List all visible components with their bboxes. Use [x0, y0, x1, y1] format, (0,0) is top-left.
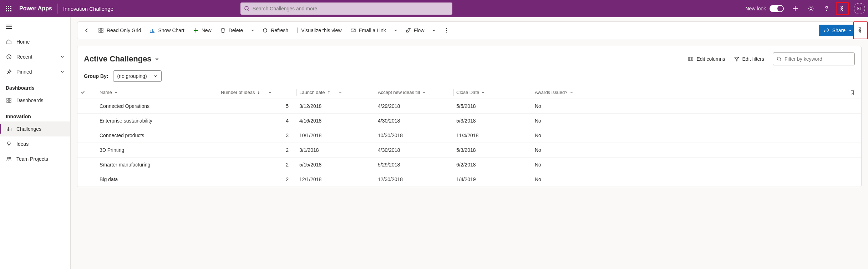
row-select[interactable]: [77, 172, 97, 187]
keyword-filter[interactable]: [773, 53, 855, 65]
email-split-button[interactable]: [390, 28, 401, 33]
table-row[interactable]: 3D Printing23/1/20184/30/20185/3/2018No: [77, 143, 861, 158]
global-search-input[interactable]: [253, 6, 449, 11]
view-selector[interactable]: Active Challenges: [84, 54, 159, 64]
row-select[interactable]: [77, 158, 97, 172]
copilot-icon: [857, 26, 864, 34]
add-button[interactable]: [789, 2, 802, 15]
show-chart-button[interactable]: Show Chart: [145, 24, 188, 36]
col-ideas-header[interactable]: Number of ideas: [221, 90, 294, 95]
search-icon: [777, 56, 782, 61]
sidebar-item-recent[interactable]: Recent: [0, 49, 70, 64]
sidebar-item-challenges[interactable]: Challenges: [0, 121, 70, 136]
col-close-header[interactable]: Close Date: [456, 90, 529, 95]
svg-rect-13: [101, 28, 103, 30]
svg-point-11: [9, 157, 11, 159]
email-link-button[interactable]: Email a Link: [346, 24, 390, 36]
help-button[interactable]: [820, 2, 833, 15]
cell-name: Enterprise sustainability: [97, 114, 218, 128]
table-row[interactable]: Big data212/1/201812/30/20181/4/2019No: [77, 172, 861, 187]
cell-launch: 4/16/2018: [296, 114, 375, 128]
sidebar-section-dashboards: Dashboards: [0, 79, 70, 93]
group-by-select[interactable]: (no grouping): [113, 70, 161, 82]
grid-icon: [98, 28, 104, 33]
sidebar-item-label: Recent: [16, 54, 32, 60]
cell-launch: 12/1/2018: [296, 172, 375, 187]
edit-filters-button[interactable]: Edit filters: [734, 56, 764, 62]
table-row[interactable]: Enterprise sustainability44/16/20184/30/…: [77, 114, 861, 128]
overflow-menu-button[interactable]: [439, 24, 453, 36]
cell-awards: No: [532, 158, 847, 172]
team-icon: [6, 156, 12, 162]
pin-column-header[interactable]: [847, 86, 861, 99]
keyword-filter-input[interactable]: [785, 56, 851, 62]
table-row[interactable]: Smarter manufacturing25/15/20185/29/2018…: [77, 158, 861, 172]
cell-launch: 10/1/2018: [296, 128, 375, 143]
cell-launch: 3/12/2018: [296, 99, 375, 114]
table-row[interactable]: Connected Operations53/12/20184/29/20185…: [77, 99, 861, 114]
global-search[interactable]: [240, 3, 452, 15]
col-awards-header[interactable]: Awards issued?: [535, 90, 844, 95]
col-name-header[interactable]: Name: [100, 90, 215, 95]
visualize-button[interactable]: Visualize this view: [293, 24, 346, 36]
back-button[interactable]: [80, 24, 94, 36]
row-select[interactable]: [77, 143, 97, 158]
row-select[interactable]: [77, 128, 97, 143]
cell-awards: No: [532, 128, 847, 143]
row-select[interactable]: [77, 114, 97, 128]
share-button[interactable]: Share: [819, 25, 857, 36]
idea-icon: [6, 141, 12, 147]
svg-rect-21: [690, 57, 691, 61]
svg-line-24: [780, 60, 782, 61]
sidebar-item-team-projects[interactable]: Team Projects: [0, 151, 70, 166]
svg-point-23: [777, 57, 781, 60]
cell-close: 5/5/2018: [453, 99, 532, 114]
cmd-label: New: [202, 28, 212, 33]
col-accept-header[interactable]: Accept new ideas till: [378, 90, 451, 95]
sidebar-item-dashboards[interactable]: Dashboards: [0, 93, 70, 108]
copilot-icon: [839, 5, 846, 12]
flow-icon: [405, 28, 411, 33]
cell-name: Connected Operations: [97, 99, 218, 114]
select-all-header[interactable]: [77, 86, 97, 99]
copilot-header-button[interactable]: [836, 2, 849, 15]
flow-button[interactable]: Flow: [401, 24, 429, 36]
delete-split-button[interactable]: [247, 28, 258, 33]
table-row[interactable]: Connected products310/1/201810/30/201811…: [77, 128, 861, 143]
copilot-pane-button[interactable]: [853, 21, 868, 39]
col-launch-header[interactable]: Launch date: [299, 90, 372, 95]
row-select[interactable]: [77, 99, 97, 114]
sidebar-item-pinned[interactable]: Pinned: [0, 64, 70, 79]
chart-icon: [149, 28, 155, 33]
cell-ideas: 2: [218, 172, 296, 187]
chevron-down-icon: [481, 91, 485, 94]
sidebar-item-label: Dashboards: [16, 98, 44, 103]
waffle-icon: [6, 6, 11, 11]
cell-accept: 4/30/2018: [375, 143, 453, 158]
flow-split-button[interactable]: [428, 28, 439, 33]
new-look-toggle[interactable]: [770, 5, 784, 12]
refresh-button[interactable]: Refresh: [258, 24, 293, 36]
cell-close: 1/4/2019: [453, 172, 532, 187]
cmd-label: Refresh: [271, 28, 288, 33]
cmd-label: Delete: [229, 28, 243, 33]
edit-columns-button[interactable]: Edit columns: [688, 56, 725, 62]
search-icon: [244, 6, 250, 11]
new-button[interactable]: New: [189, 24, 216, 36]
app-launcher-button[interactable]: [0, 0, 17, 17]
readonly-grid-button[interactable]: Read Only Grid: [94, 24, 145, 36]
delete-button[interactable]: Delete: [216, 24, 247, 36]
sidebar-collapse-button[interactable]: [0, 21, 70, 34]
new-look-toggle-group: New look: [743, 5, 786, 12]
chevron-down-icon: [60, 55, 65, 59]
svg-rect-7: [7, 101, 9, 103]
user-avatar[interactable]: ST: [854, 3, 865, 14]
svg-point-17: [446, 28, 447, 29]
avatar-initials: ST: [857, 6, 862, 11]
sidebar-item-ideas[interactable]: Ideas: [0, 136, 70, 151]
sidebar-item-home[interactable]: Home: [0, 34, 70, 49]
settings-button[interactable]: [804, 2, 817, 15]
command-bar: Read Only Grid Show Chart New Delete Ref…: [77, 21, 862, 39]
sort-asc-icon: [327, 91, 331, 94]
cell-name: Smarter manufacturing: [97, 158, 218, 172]
